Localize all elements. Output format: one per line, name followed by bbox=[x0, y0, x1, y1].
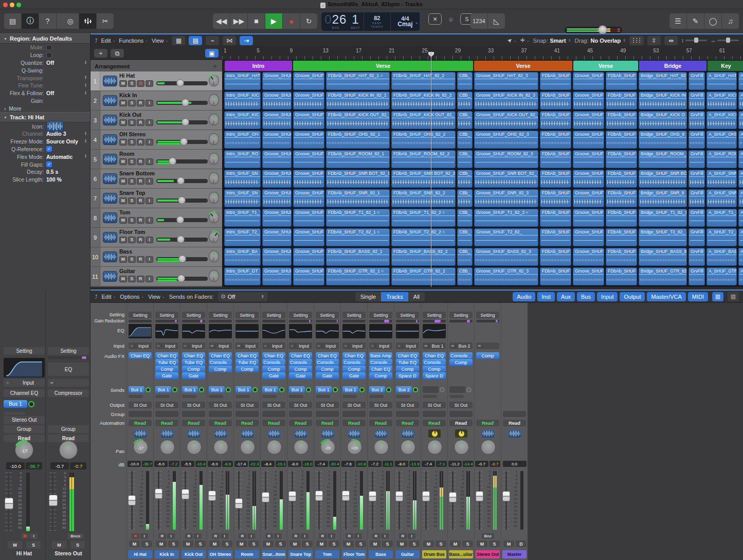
input-slot[interactable]: ○Input bbox=[369, 342, 392, 349]
audio-fx-slot[interactable]: Comp bbox=[235, 366, 259, 372]
audio-fx-slot[interactable]: Console... bbox=[262, 359, 285, 366]
peak-db-value[interactable]: -19.1 bbox=[276, 461, 286, 467]
audio-fx-slot[interactable]: Comp bbox=[342, 366, 366, 372]
volume-thumb[interactable] bbox=[169, 157, 176, 165]
audio-region[interactable]: FDbAb_SHUF bbox=[606, 248, 637, 266]
audio-region[interactable]: Bridge_SHUF_KICK IN bbox=[639, 92, 687, 110]
send-slot[interactable] bbox=[449, 386, 472, 393]
audio-region[interactable]: GrvFill bbox=[688, 170, 705, 188]
audio-region[interactable]: FDbAb_SHUF bbox=[606, 170, 637, 188]
group-slot[interactable] bbox=[262, 411, 285, 417]
output-slot[interactable]: St Out bbox=[449, 402, 473, 408]
track-header[interactable]: 3Kick OutMSRIL R bbox=[90, 111, 222, 130]
group-slot[interactable] bbox=[342, 411, 366, 417]
audio-fx-slot[interactable]: Comp bbox=[423, 366, 446, 372]
audio-region[interactable]: Groove_SHUF bbox=[293, 111, 324, 129]
record-enable-button[interactable]: R bbox=[239, 533, 246, 539]
automation-mode-button[interactable]: Read bbox=[316, 420, 339, 426]
audio-region[interactable]: FDbAb_SHUF_SNR BOT_82_1 bbox=[326, 170, 390, 188]
record-enable-button[interactable]: R bbox=[137, 139, 144, 146]
audio-region[interactable]: CBb_ bbox=[457, 189, 473, 207]
add-track-button[interactable]: ＋ bbox=[94, 49, 107, 58]
audio-region[interactable]: FDbAb_SHUF bbox=[540, 248, 571, 266]
play-button[interactable]: ▶ bbox=[265, 13, 282, 29]
input-monitor-button[interactable]: I bbox=[146, 197, 153, 204]
pan-knob[interactable]: -17 bbox=[15, 441, 33, 459]
track-stepper[interactable]: ▲▼ bbox=[84, 139, 87, 143]
audio-region[interactable]: A bbox=[738, 111, 743, 129]
audio-fx-slot[interactable]: Gate bbox=[262, 372, 285, 379]
audio-region[interactable]: FDbAb_SHUF_T1_82_1 ○ bbox=[326, 209, 390, 227]
audio-region[interactable]: Bridge_SHUF_BASS_8 bbox=[639, 248, 687, 266]
mute-button[interactable]: M bbox=[119, 197, 127, 204]
audio-fx-slot[interactable]: Gate bbox=[342, 372, 366, 379]
input-slot[interactable]: ○Input bbox=[289, 342, 312, 349]
output-slot[interactable]: St Out bbox=[129, 402, 152, 408]
audio-region[interactable]: Intro_SHUF_RO bbox=[224, 150, 261, 168]
volume-db-value[interactable]: -6.0 bbox=[208, 461, 221, 467]
volume-db-value[interactable]: -7.6 bbox=[341, 461, 355, 467]
mute-button[interactable]: M bbox=[236, 540, 247, 547]
group-slot[interactable] bbox=[129, 411, 152, 417]
channel-name-plate[interactable]: Guitar bbox=[395, 550, 420, 558]
track-value[interactable]: Source Only bbox=[46, 138, 78, 144]
audio-fx-slot[interactable]: Chan EQ bbox=[129, 352, 152, 359]
audio-region[interactable]: CBb_ bbox=[457, 131, 473, 149]
pan-knob[interactable]: -17 bbox=[133, 440, 148, 455]
pane-divider[interactable] bbox=[90, 287, 743, 291]
audio-region[interactable]: FDbAb_SHUF_OHS_82_1 bbox=[326, 131, 390, 149]
mute-button[interactable]: M bbox=[119, 119, 127, 126]
audio-region[interactable]: GrvFill bbox=[688, 111, 705, 129]
audio-region[interactable]: Bridge_SHUF_OHS_8 bbox=[639, 131, 687, 149]
audio-region[interactable]: A_SHUF_GTR bbox=[706, 267, 737, 285]
audio-region[interactable]: FDbAb_SHUF_T2_82_2 ○ bbox=[391, 228, 456, 246]
input-monitor-button[interactable]: I bbox=[354, 533, 362, 539]
audio-region[interactable]: CBb_ bbox=[457, 150, 473, 168]
output-slot[interactable]: St Out bbox=[235, 402, 259, 408]
tuner-icon[interactable]: ψ bbox=[444, 13, 458, 25]
peak-db-value[interactable]: -7.2 bbox=[169, 461, 179, 467]
pan-knob[interactable] bbox=[267, 440, 282, 455]
mute-button[interactable]: M bbox=[129, 540, 140, 547]
track-header[interactable]: 6Snare BottomMSRIL R bbox=[90, 169, 222, 188]
audio-region[interactable]: Groove_SHUF_HAT_82_3 bbox=[474, 72, 538, 90]
audio-fx-slot[interactable]: Console... bbox=[316, 359, 339, 366]
editors-icon[interactable]: ✂ bbox=[97, 13, 114, 29]
record-enable-button[interactable]: R bbox=[137, 119, 144, 126]
audio-region[interactable]: GrvFill bbox=[688, 209, 705, 227]
audio-fx-slot[interactable]: Tube EQ bbox=[396, 359, 419, 366]
audio-region[interactable]: Groove_SHUF bbox=[293, 131, 324, 149]
send-level-knob[interactable] bbox=[466, 387, 472, 392]
send-bus-button[interactable]: Bus 1 bbox=[262, 386, 278, 393]
peak-db-value[interactable]: -0.7 bbox=[490, 461, 500, 467]
track-header[interactable]: 9Floor TomMSRIL R bbox=[90, 228, 222, 247]
audio-region[interactable]: Intro_SHUF_OH bbox=[224, 131, 261, 149]
pan-knob[interactable] bbox=[160, 440, 175, 455]
strip-setting-button[interactable]: Setting bbox=[423, 312, 446, 318]
volume-thumb[interactable] bbox=[178, 196, 186, 204]
pan-knob[interactable] bbox=[374, 440, 389, 455]
channel-name-plate[interactable]: Tom bbox=[315, 550, 339, 558]
arrangement-marker[interactable]: Intro bbox=[225, 61, 292, 71]
output-slot[interactable]: St Out bbox=[342, 402, 366, 408]
mute-button[interactable]: M bbox=[263, 540, 274, 547]
audio-region[interactable]: FDbAb_SHUF bbox=[606, 131, 637, 149]
audio-region[interactable]: Intro_SHUF_KIC bbox=[224, 111, 261, 129]
audio-region[interactable]: FDbAb_SHUF_HAT_82_2 bbox=[391, 72, 456, 90]
mute-button[interactable]: M bbox=[119, 139, 127, 146]
audio-region[interactable]: GrvFill bbox=[688, 131, 705, 149]
audio-region[interactable]: A_SHUF_ROO bbox=[706, 150, 737, 168]
audio-region[interactable]: A_SHUF_KICK bbox=[706, 111, 737, 129]
send-slot[interactable]: Bus 1 bbox=[209, 386, 231, 393]
send-bus-button[interactable]: Bus 1 bbox=[155, 386, 171, 393]
audio-region[interactable]: FDbAb_SHUF_HAT_82_1 ○ bbox=[326, 72, 390, 90]
record-enable-button[interactable]: R bbox=[132, 533, 139, 539]
catch-playhead-icon[interactable]: ⇥ bbox=[240, 36, 253, 45]
group-slot[interactable]: Group bbox=[48, 425, 89, 433]
audio-fx-slot[interactable]: Space D bbox=[423, 372, 446, 379]
strip-setting-button[interactable]: Setting bbox=[235, 312, 259, 318]
volume-db-value[interactable]: -0.7 bbox=[50, 462, 69, 469]
audio-region[interactable]: Groove_SHUF bbox=[573, 111, 604, 129]
pointer-tool[interactable]: ➤⌄ bbox=[508, 37, 517, 44]
audio-region[interactable]: GrvFill bbox=[688, 72, 705, 90]
